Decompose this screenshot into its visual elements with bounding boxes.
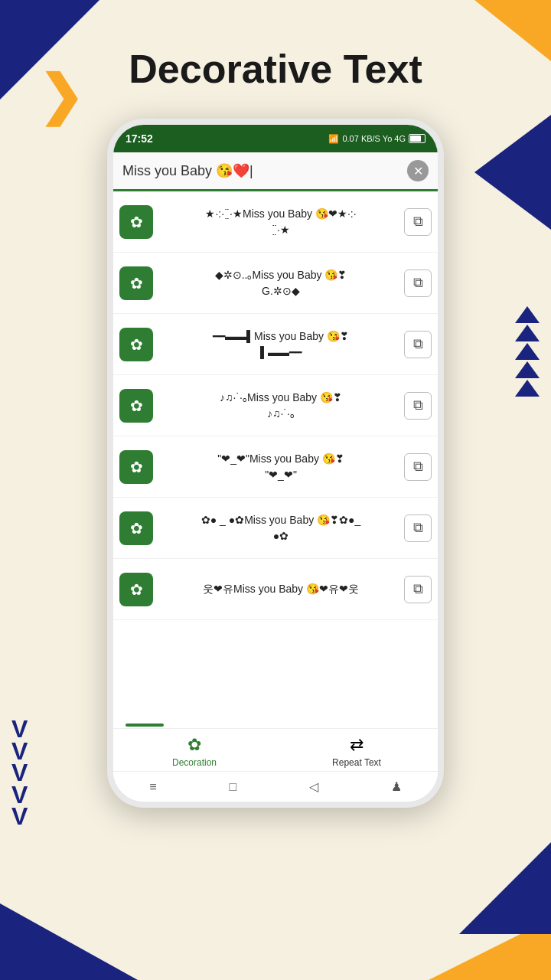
list-item: ✿ ◆✲⊙..ₒMiss you Baby 😘❣G.✲⊙◆ ⧉	[113, 253, 438, 314]
status-bar: 17:52 📶 0.07 KB/S Yo 4G	[113, 125, 438, 152]
copy-button-7[interactable]: ⧉	[404, 576, 432, 603]
list-item: ✿ ━━▬▬▌Miss you Baby 😘❣▌▬▬━━ ⧉	[113, 314, 438, 375]
nav-decoration[interactable]: ✿ Decoration	[164, 735, 225, 768]
item-icon-3: ✿	[119, 328, 153, 361]
result-text-7: 웃❤유Miss you Baby 😘❤유❤웃	[158, 581, 404, 597]
item-icon-7: ✿	[119, 573, 153, 606]
item-icon-4: ✿	[119, 389, 153, 423]
signal-text: 📶	[328, 134, 339, 144]
deco-bottom-left-blue	[0, 903, 138, 980]
results-list: ✿ ★·:·¨̤·★Miss you Baby 😘❤★·:·¨̤·★ ⧉ ✿ ◆…	[113, 191, 438, 722]
copy-button-4[interactable]: ⧉	[404, 392, 432, 420]
arrow-2	[515, 325, 540, 341]
result-text-3: ━━▬▬▌Miss you Baby 😘❣▌▬▬━━	[158, 328, 404, 361]
decoration-label: Decoration	[172, 757, 217, 768]
battery-fill	[410, 136, 421, 142]
deco-bottom-right-blue	[459, 842, 551, 934]
deco-top-right-blue	[474, 115, 551, 230]
battery-icon	[409, 134, 425, 143]
v-1: V	[11, 720, 28, 740]
list-item: ✿ ★·:·¨̤·★Miss you Baby 😘❤★·:·¨̤·★ ⧉	[113, 191, 438, 253]
v-3: V	[11, 763, 28, 783]
deco-v-shapes-left: V V V V V	[11, 720, 28, 827]
list-item: ✿ 웃❤유Miss you Baby 😘❤유❤웃 ⧉	[113, 559, 438, 620]
result-text-2: ◆✲⊙..ₒMiss you Baby 😘❣G.✲⊙◆	[158, 267, 404, 299]
search-input[interactable]	[122, 163, 407, 179]
clear-button[interactable]: ✕	[407, 160, 429, 181]
copy-button-3[interactable]: ⧉	[404, 331, 432, 358]
item-icon-5: ✿	[119, 450, 153, 484]
decoration-icon: ✿	[187, 735, 201, 755]
result-text-4: ♪♫·˙·ₒMiss you Baby 😘❣♪♫·˙·ₒ	[158, 390, 404, 422]
network-info: 0.07 KB/S Yo 4G	[342, 134, 406, 143]
arrow-3	[515, 343, 540, 360]
repeat-icon: ⇄	[350, 735, 364, 755]
phone-screen: 17:52 📶 0.07 KB/S Yo 4G ✕ ✿ ★·:·¨̤·★M	[113, 125, 438, 802]
result-text-6: ✿● _ ●✿Miss you Baby 😘❣✿●_●✿	[158, 512, 404, 544]
bottom-nav: ✿ Decoration ⇄ Repeat Text	[113, 728, 438, 771]
status-time: 17:52	[126, 132, 153, 145]
item-icon-1: ✿	[119, 205, 153, 239]
scroll-indicator	[126, 724, 164, 727]
result-text-5: "❤_❤"Miss you Baby 😘❣"❤_❤"	[158, 451, 404, 483]
item-icon-2: ✿	[119, 266, 153, 300]
system-nav: ≡ □ ◁ ♟	[113, 771, 438, 802]
menu-button[interactable]: ≡	[149, 780, 156, 794]
search-bar: ✕	[113, 152, 438, 191]
list-item: ✿ ♪♫·˙·ₒMiss you Baby 😘❣♪♫·˙·ₒ ⧉	[113, 375, 438, 436]
v-5: V	[11, 807, 28, 827]
repeat-label: Repeat Text	[332, 757, 381, 768]
deco-arrows-right	[515, 306, 540, 397]
phone-frame: 17:52 📶 0.07 KB/S Yo 4G ✕ ✿ ★·:·¨̤·★M	[107, 119, 444, 808]
list-item: ✿ ✿● _ ●✿Miss you Baby 😘❣✿●_●✿ ⧉	[113, 498, 438, 559]
page-title: Decorative Text	[0, 46, 551, 92]
home-button[interactable]: □	[229, 780, 236, 794]
arrow-4	[515, 361, 540, 378]
arrow-5	[515, 380, 540, 397]
status-icons: 📶 0.07 KB/S Yo 4G	[328, 134, 425, 144]
user-button[interactable]: ♟	[391, 779, 402, 794]
list-item: ✿ "❤_❤"Miss you Baby 😘❣"❤_❤" ⧉	[113, 436, 438, 498]
item-icon-6: ✿	[119, 511, 153, 545]
close-icon: ✕	[413, 164, 423, 178]
copy-button-1[interactable]: ⧉	[404, 208, 432, 236]
copy-button-2[interactable]: ⧉	[404, 270, 432, 297]
copy-button-6[interactable]: ⧉	[404, 514, 432, 542]
copy-button-5[interactable]: ⧉	[404, 453, 432, 481]
result-text-1: ★·:·¨̤·★Miss you Baby 😘❤★·:·¨̤·★	[158, 206, 404, 238]
back-button[interactable]: ◁	[309, 779, 318, 794]
arrow-1	[515, 306, 540, 323]
nav-repeat-text[interactable]: ⇄ Repeat Text	[326, 735, 387, 768]
